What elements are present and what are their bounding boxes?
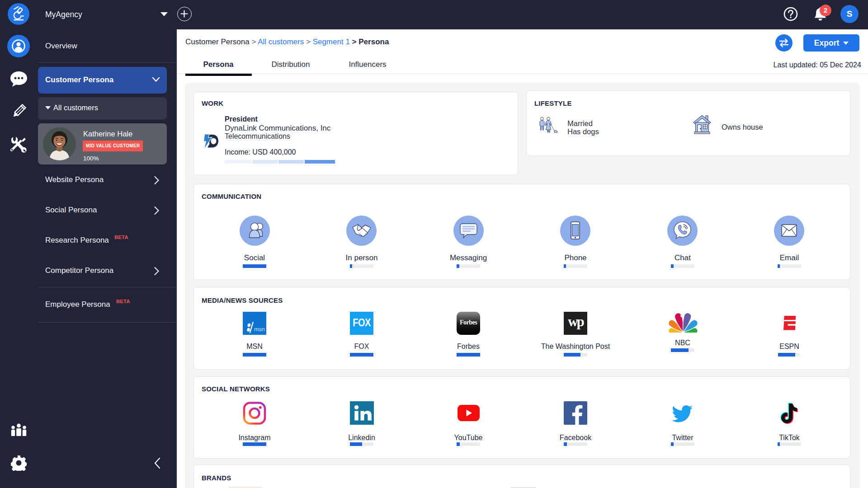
svg-text:msn: msn xyxy=(254,326,265,333)
